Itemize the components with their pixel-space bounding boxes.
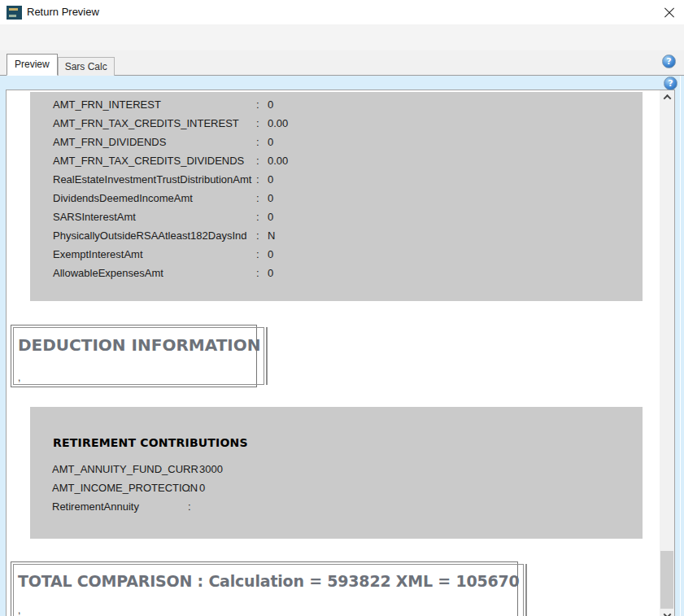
field-row: SARSInterestAmt:0: [30, 208, 643, 226]
header-side-cell: [525, 564, 527, 616]
field-row: RetirementAnnuity:: [30, 497, 643, 516]
total-comparison-header: TOTAL COMPARISON : Calculation = 593822 …: [11, 561, 518, 616]
investment-amounts-block: AMT_FRN_INTEREST:0 AMT_FRN_TAX_CREDITS_I…: [30, 92, 643, 301]
document-preview-area[interactable]: AMT_FRN_INTEREST:0 AMT_FRN_TAX_CREDITS_I…: [6, 90, 675, 616]
help-button[interactable]: ?: [662, 55, 676, 68]
field-row: AMT_ANNUITY_FUND_CURR:3000: [30, 460, 643, 478]
preview-panel: AMT_FRN_INTEREST:0 AMT_FRN_TAX_CREDITS_I…: [0, 76, 684, 616]
field-row: PhysicallyOutsideRSAAtleast182DaysInd:N: [30, 226, 643, 245]
field-row: AMT_FRN_INTEREST:0: [30, 95, 643, 114]
header-side-cell: [266, 327, 268, 385]
vertical-scrollbar[interactable]: [660, 90, 674, 616]
footnote-comma: ,: [18, 373, 260, 382]
scroll-up-button[interactable]: [660, 90, 674, 104]
footnote-comma: ,: [18, 605, 520, 615]
tab-preview[interactable]: Preview: [7, 54, 58, 76]
field-row: RealEstateInvestmentTrustDistributionAmt…: [30, 170, 643, 189]
field-row: AllowableExpensesAmt:0: [30, 264, 643, 282]
scrollbar-thumb[interactable]: [660, 551, 673, 609]
deduction-information-header: DEDUCTION INFORMATION ,: [11, 325, 257, 387]
field-row: AMT_INCOME_PROTECTION:0: [30, 478, 643, 497]
section-title: TOTAL COMPARISON : Calculation = 593822 …: [18, 572, 520, 590]
title-bar: Return Preview: [0, 0, 684, 24]
chevron-down-icon: [663, 610, 671, 616]
retirement-contributions-block: RETIREMENT CONTRIBUTIONS AMT_ANNUITY_FUN…: [30, 407, 643, 539]
scroll-down-button[interactable]: [660, 609, 674, 616]
field-row: ExemptInterestAmt:0: [30, 245, 643, 264]
formatting-toolbar: Tahoma 12 B I U A: [0, 24, 684, 50]
tab-strip: Preview Sars Calc: [0, 50, 684, 76]
tabs: Preview Sars Calc: [7, 54, 115, 76]
section-title: RETIREMENT CONTRIBUTIONS: [53, 436, 643, 449]
field-row: AMT_FRN_DIVIDENDS:0: [30, 133, 643, 151]
help-button[interactable]: ?: [664, 76, 677, 90]
close-button[interactable]: [659, 3, 680, 23]
app-logo-icon: [7, 6, 22, 20]
help-icon: ?: [666, 56, 671, 67]
help-icon: ?: [668, 78, 673, 89]
chevron-up-icon: [663, 94, 671, 103]
return-preview-window: Return Preview Tahoma 12 B I U A: [0, 0, 684, 616]
field-row: AMT_FRN_TAX_CREDITS_DIVIDENDS:0.00: [30, 151, 643, 170]
tab-sars-calc[interactable]: Sars Calc: [58, 57, 115, 76]
window-title: Return Preview: [27, 6, 99, 18]
field-row: AMT_FRN_TAX_CREDITS_INTEREST:0.00: [30, 114, 643, 133]
field-row: DividendsDeemedIncomeAmt:0: [30, 189, 643, 208]
panel-edge-highlight: [680, 76, 681, 616]
section-title: DEDUCTION INFORMATION: [18, 335, 260, 355]
